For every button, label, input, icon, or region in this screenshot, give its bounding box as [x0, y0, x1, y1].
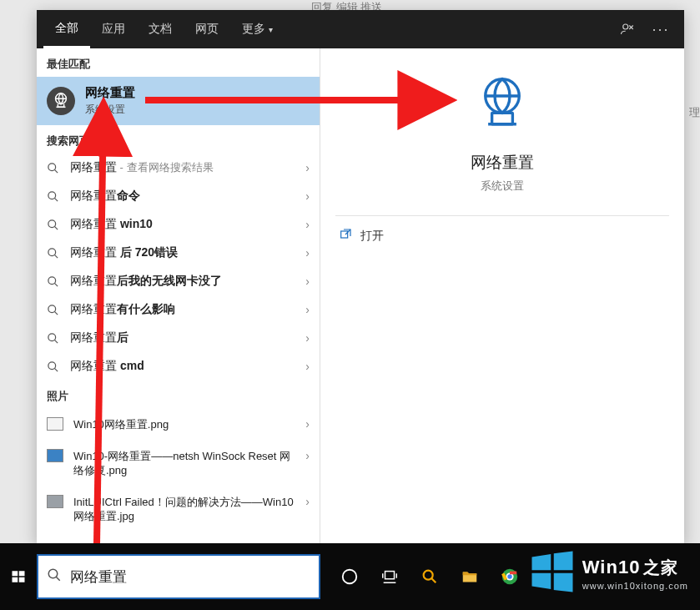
- web-result-text: 网络重置后: [70, 330, 295, 345]
- search-icon: [47, 190, 60, 203]
- search-results-panel: 全部 应用 文档 网页 更多▾ ··· 最佳匹配 网络重置 系统设置 搜索网页 …: [37, 10, 684, 544]
- search-icon: [47, 219, 60, 231]
- chevron-right-icon: ›: [305, 275, 310, 288]
- tab-web-label: 网页: [195, 22, 219, 37]
- web-result-text: 网络重置 - 查看网络搜索结果: [70, 160, 295, 175]
- cortana-icon[interactable]: [339, 566, 360, 587]
- svg-rect-16: [19, 571, 25, 576]
- svg-point-20: [343, 570, 357, 584]
- chevron-right-icon: ›: [305, 360, 310, 373]
- search-icon: [47, 275, 60, 288]
- tab-web[interactable]: 网页: [184, 10, 230, 48]
- chevron-right-icon: ›: [305, 303, 310, 316]
- web-result-item[interactable]: 网络重置 cmd›: [37, 352, 320, 381]
- detail-subtitle: 系统设置: [320, 179, 684, 194]
- tab-apps[interactable]: 应用: [90, 10, 137, 48]
- tab-all-label: 全部: [55, 21, 78, 36]
- open-icon: [339, 228, 352, 244]
- tab-all[interactable]: 全部: [43, 10, 90, 48]
- tab-apps-label: 应用: [102, 22, 125, 37]
- tab-docs-label: 文档: [149, 22, 172, 37]
- web-result-item[interactable]: 网络重置命令›: [37, 182, 320, 210]
- web-result-item[interactable]: 网络重置 - 查看网络搜索结果›: [37, 154, 320, 182]
- photo-filename: Win10网络重置.png: [73, 417, 295, 432]
- svg-rect-15: [13, 571, 18, 576]
- results-detail-pane: 网络重置 系统设置 打开: [320, 48, 684, 544]
- network-reset-icon: [472, 73, 532, 137]
- chevron-right-icon: ›: [305, 417, 310, 431]
- tab-more[interactable]: 更多▾: [230, 10, 285, 48]
- svg-point-6: [48, 276, 56, 284]
- chrome-icon[interactable]: [499, 566, 521, 587]
- search-icon: [47, 247, 60, 260]
- search-icon: [47, 332, 60, 345]
- web-result-item[interactable]: 网络重置 后 720错误›: [37, 239, 320, 267]
- svg-point-7: [48, 305, 56, 312]
- search-icon: [47, 360, 60, 373]
- svg-rect-17: [13, 577, 18, 582]
- photo-filename: InitLUICtrl Failed！问题的解决方法——Win10网络重置.jp…: [73, 495, 295, 524]
- svg-point-2: [48, 163, 56, 170]
- svg-point-19: [48, 569, 58, 578]
- chevron-right-icon: ›: [305, 331, 310, 345]
- photo-result-item[interactable]: Win10网络重置.png›: [37, 409, 320, 441]
- brand-url: www.win10xitong.com: [582, 581, 688, 591]
- best-match-item[interactable]: 网络重置 系统设置: [37, 77, 320, 125]
- photo-filename: Win10-网络重置——netsh WinSock Reset 网络修复.png: [73, 449, 295, 478]
- photo-thumbnail: [47, 449, 63, 462]
- web-result-text: 网络重置 win10: [70, 217, 295, 232]
- globe-icon: [47, 87, 75, 115]
- results-left-pane: 最佳匹配 网络重置 系统设置 搜索网页 网络重置 - 查看网络搜索结果›网络重置…: [37, 48, 320, 544]
- tab-docs[interactable]: 文档: [137, 10, 184, 48]
- chevron-down-icon: ▾: [269, 25, 273, 34]
- svg-rect-12: [341, 231, 348, 238]
- background-cut-text: 理: [689, 105, 700, 120]
- svg-point-9: [48, 361, 56, 369]
- open-action[interactable]: 打开: [320, 216, 684, 255]
- photo-thumbnail: [47, 417, 63, 431]
- svg-rect-21: [385, 572, 395, 579]
- svg-marker-26: [531, 554, 551, 570]
- task-view-icon[interactable]: [379, 566, 400, 587]
- web-result-item[interactable]: 网络重置 win10›: [37, 210, 320, 239]
- chevron-right-icon: ›: [305, 189, 310, 203]
- taskbar-icons: [339, 566, 521, 587]
- section-search-web: 搜索网页: [37, 125, 320, 154]
- web-result-item[interactable]: 网络重置后我的无线网卡没了›: [37, 267, 320, 295]
- web-result-item[interactable]: 网络重置后›: [37, 324, 320, 352]
- search-input[interactable]: [70, 568, 310, 585]
- svg-marker-27: [554, 552, 573, 571]
- svg-marker-29: [554, 573, 573, 592]
- search-tabs: 全部 应用 文档 网页 更多▾ ···: [37, 10, 684, 48]
- start-button[interactable]: [0, 543, 37, 610]
- photo-result-item[interactable]: Win10-网络重置——netsh WinSock Reset 网络修复.png…: [37, 441, 320, 486]
- brand-suffix: 之家: [643, 557, 678, 579]
- windows-logo-icon: [529, 548, 576, 598]
- file-explorer-icon[interactable]: [459, 566, 481, 587]
- magnifier-app-icon[interactable]: [419, 566, 441, 587]
- svg-point-3: [48, 191, 56, 199]
- svg-point-5: [48, 248, 56, 255]
- search-icon: [47, 304, 60, 316]
- svg-point-0: [623, 24, 628, 29]
- search-icon: [47, 567, 62, 586]
- chevron-right-icon: ›: [305, 218, 310, 231]
- more-options-icon[interactable]: ···: [644, 10, 677, 48]
- chevron-right-icon: ›: [305, 449, 310, 462]
- svg-point-25: [507, 574, 512, 579]
- web-result-text: 网络重置 cmd: [70, 359, 295, 374]
- svg-marker-28: [531, 573, 551, 589]
- watermark-brand: Win10之家 www.win10xitong.com: [529, 548, 688, 598]
- section-best-match: 最佳匹配: [37, 48, 320, 77]
- svg-point-4: [48, 219, 56, 227]
- web-result-item[interactable]: 网络重置有什么影响›: [37, 295, 320, 324]
- taskbar-search-box[interactable]: [37, 554, 320, 599]
- taskbar: Win10之家 www.win10xitong.com: [0, 543, 700, 610]
- search-icon: [47, 162, 60, 174]
- feedback-icon[interactable]: [611, 10, 644, 48]
- svg-point-8: [48, 333, 56, 340]
- photo-result-item[interactable]: InitLUICtrl Failed！问题的解决方法——Win10网络重置.jp…: [37, 486, 320, 532]
- best-match-subtitle: 系统设置: [85, 103, 135, 117]
- chevron-right-icon: ›: [305, 246, 310, 260]
- web-result-text: 网络重置有什么影响: [70, 302, 295, 317]
